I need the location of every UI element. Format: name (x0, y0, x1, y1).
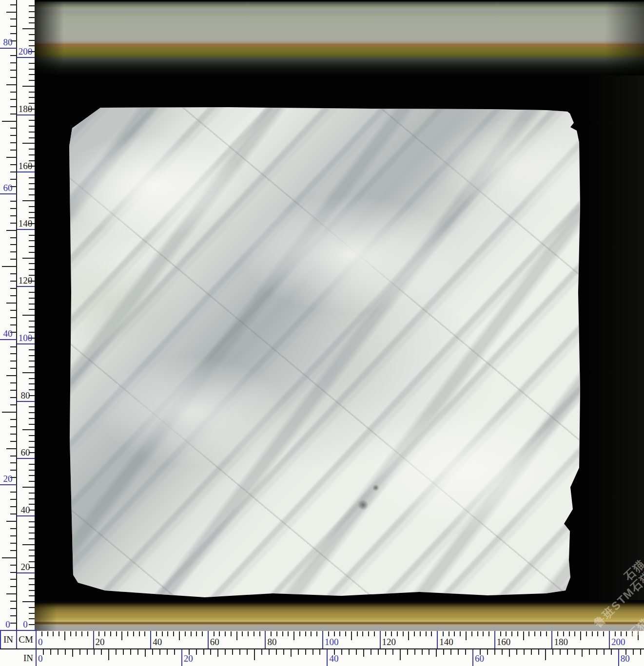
bottom-cm-tick (460, 631, 461, 636)
left-inch-tick (10, 171, 17, 172)
bottom-cm-tick (368, 631, 369, 636)
bottom-inch-tick (487, 649, 488, 655)
left-cm-label: 100 (17, 333, 34, 343)
bottom-cm-tick (563, 631, 564, 636)
left-cm-tick (22, 487, 35, 488)
left-cm-tick (29, 5, 35, 6)
left-cm-tick (29, 22, 35, 23)
bottom-cm-label: 80 (267, 637, 276, 647)
left-cm-tick (29, 212, 35, 213)
top-roller-band (35, 1, 644, 76)
bottom-cm-label: 200 (611, 637, 625, 647)
bottom-cm-tick (156, 631, 157, 636)
left-inch-tick (10, 397, 17, 398)
bottom-cm-tick (391, 631, 392, 636)
left-inch-tick (10, 434, 17, 435)
left-cm-tick (22, 315, 35, 316)
bottom-inch-tick (137, 649, 138, 655)
bottom-cm-gridline (380, 631, 381, 648)
bottom-cm-tick (299, 631, 300, 636)
left-inch-tick (10, 550, 17, 551)
bottom-cm-tick (517, 631, 518, 636)
bottom-inch-tick (123, 649, 124, 655)
left-cm-tick (29, 326, 35, 327)
bottom-cm-tick (242, 631, 243, 636)
bottom-ruler-inch-row (0, 649, 644, 666)
bottom-inch-tick (436, 649, 437, 657)
left-cm-tick (29, 578, 35, 579)
background-right-sheen (585, 76, 644, 600)
bottom-cm-gridline (551, 631, 552, 648)
bottom-cm-label: 0 (38, 637, 43, 647)
left-cm-tick (29, 126, 35, 127)
bottom-inch-tick (203, 649, 204, 655)
left-cm-gridline (17, 229, 35, 230)
left-cm-tick (29, 149, 35, 150)
bottom-cm-tick (231, 631, 232, 636)
bottom-inch-tick (640, 649, 641, 655)
bottom-inch-tick (232, 649, 233, 655)
left-inch-tick (10, 470, 17, 471)
left-cm-tick (22, 372, 35, 373)
bottom-inch-tick (94, 649, 95, 655)
left-inch-tick (10, 92, 17, 93)
left-inch-tick (6, 593, 17, 594)
bottom-inch-tick (545, 649, 546, 660)
left-inch-tick (10, 77, 17, 78)
bottom-cm-tick (615, 631, 616, 636)
bottom-cm-label: 60 (210, 637, 219, 647)
bottom-cm-label: 100 (325, 637, 339, 647)
bottom-cm-tick (225, 631, 226, 636)
left-inch-tick (10, 150, 17, 151)
top-roller-band-shadow-right (605, 1, 644, 76)
bottom-cm-tick (580, 631, 581, 640)
bottom-cm-tick (362, 631, 363, 636)
left-inch-label: 80 (0, 38, 15, 47)
bottom-cm-tick (144, 631, 145, 636)
left-cm-tick (29, 607, 35, 608)
bottom-cm-tick (236, 631, 237, 640)
left-inch-tick (10, 310, 17, 311)
bottom-cm-tick (248, 631, 249, 636)
bottom-cm-tick (528, 631, 529, 636)
corner-line-left (0, 630, 1, 648)
bottom-inch-tick (239, 649, 240, 655)
left-inch-tick (10, 251, 17, 252)
bottom-cm-tick (259, 631, 260, 636)
bottom-cm-tick (351, 631, 352, 640)
corner-line-top (0, 630, 36, 631)
bottom-inch-tick (101, 649, 102, 655)
bottom-inch-tick (524, 649, 525, 655)
left-cm-tick (29, 383, 35, 384)
bottom-inch-tick (582, 649, 583, 657)
left-cm-gridline (17, 458, 35, 459)
left-inch-tick (10, 99, 17, 100)
left-cm-gridline (17, 171, 35, 172)
left-inch-tick (10, 164, 17, 165)
left-cm-tick (29, 475, 35, 476)
bottom-inch-tick (283, 649, 284, 655)
left-cm-tick (29, 63, 35, 64)
left-inch-tick (10, 514, 17, 514)
left-cm-tick (29, 595, 35, 596)
bottom-inch-label: 80 (621, 654, 630, 664)
left-inch-label: 20 (0, 474, 15, 484)
bottom-inch-tick (538, 649, 539, 655)
bottom-cm-tick (196, 631, 197, 636)
left-cm-tick (29, 132, 35, 133)
left-cm-tick (29, 137, 35, 138)
bottom-inch-tick (261, 649, 262, 655)
left-inch-tick (10, 565, 17, 566)
bottom-cm-tick (586, 631, 587, 636)
bottom-inch-tick (225, 649, 226, 655)
bottom-cm-tick (53, 631, 54, 636)
bottom-cm-gridline (265, 631, 266, 648)
bottom-inch-tick (567, 649, 568, 655)
left-cm-tick (29, 412, 35, 413)
bottom-inch-tick (611, 649, 612, 655)
left-inch-tick (10, 19, 17, 19)
ruler-origin-line (36, 630, 37, 666)
bottom-inch-tick (167, 649, 168, 655)
bottom-inch-tick (574, 649, 575, 655)
left-inch-tick (10, 361, 17, 362)
